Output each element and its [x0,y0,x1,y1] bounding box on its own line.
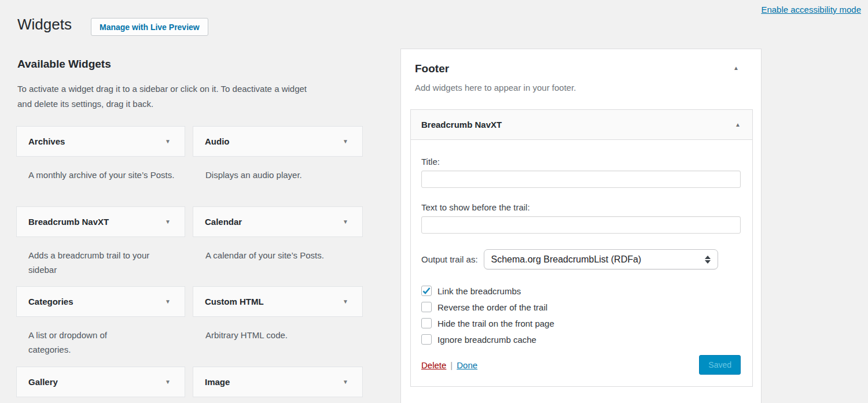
done-link[interactable]: Done [457,360,477,370]
widget-card-description: A calendar of your site’s Posts. [205,248,367,262]
widget-card-custom-html[interactable]: Custom HTML ▼ [193,286,363,317]
checkbox-unchecked[interactable] [421,302,432,312]
widget-card-title: Audio [205,127,230,157]
widget-footer-actions: Delete | Done Saved [421,355,741,375]
chevron-down-icon[interactable]: ▼ [165,367,171,397]
title-field-label: Title: [421,157,741,167]
delete-link[interactable]: Delete [421,360,446,370]
checkbox-reverse-order[interactable]: Reverse the order of the trail [421,299,741,315]
output-trail-select[interactable]: Schema.org BreadcrumbList (RDFa) [484,249,718,269]
checkbox-checked[interactable] [421,286,432,296]
breadcrumb-navxt-widget: Breadcrumb NavXT ▲ Title: Text to show b… [410,109,753,387]
widget-card-audio[interactable]: Audio ▼ [193,126,363,157]
widget-card-description: A list or dropdown of categories. [28,328,130,357]
breadcrumb-navxt-widget-body: Title: Text to show before the trail: Ou… [411,140,752,386]
chevron-down-icon[interactable]: ▼ [165,127,171,157]
widget-card-title: Gallery [28,367,58,397]
checkmark-icon [422,286,431,295]
output-trail-selected-value: Schema.org BreadcrumbList (RDFa) [491,254,642,265]
pretext-field-label: Text to show before the trail: [421,202,741,212]
checkbox-label: Hide the trail on the front page [437,319,554,328]
footer-sidebar-panel: Footer ▲ Add widgets here to appear in y… [400,49,762,403]
checkbox-ignore-cache[interactable]: Ignore breadcrumb cache [421,331,741,347]
widget-card-title: Calendar [205,207,242,237]
sidebar-panel-description: Add widgets here to appear in your foote… [415,83,747,93]
checkbox-label: Ignore breadcrumb cache [437,335,536,345]
chevron-down-icon[interactable]: ▼ [343,207,348,237]
checkbox-hide-front-page[interactable]: Hide the trail on the front page [421,315,741,331]
output-trail-label: Output trail as: [421,254,478,264]
checkbox-label: Reverse the order of the trail [437,302,547,312]
widget-card-image[interactable]: Image ▼ [193,367,363,397]
action-separator: | [450,360,453,370]
enable-accessibility-link[interactable]: Enable accessibility mode [761,5,861,14]
checkbox-link-breadcrumbs[interactable]: Link the breadcrumbs [421,283,741,299]
widget-card-title: Image [205,367,230,397]
available-widgets-heading: Available Widgets [17,58,111,71]
breadcrumb-navxt-widget-header[interactable]: Breadcrumb NavXT ▲ [411,110,752,140]
available-widgets-description: To activate a widget drag it to a sideba… [17,82,307,112]
checkbox-unchecked[interactable] [421,334,432,345]
widget-card-archives[interactable]: Archives ▼ [16,126,185,157]
widget-card-description: Arbitrary HTML code. [205,328,367,342]
chevron-down-icon[interactable]: ▼ [165,207,171,237]
chevron-down-icon[interactable]: ▼ [343,287,348,317]
widget-card-categories[interactable]: Categories ▼ [16,286,185,317]
widget-card-calendar[interactable]: Calendar ▼ [193,206,363,237]
widget-card-description: Adds a breadcrumb trail to your sidebar [28,248,153,277]
widget-card-title: Custom HTML [205,287,264,317]
chevron-down-icon[interactable]: ▼ [343,127,348,157]
widget-card-description: Displays an audio player. [205,168,367,182]
chevron-up-icon[interactable]: ▲ [735,110,741,139]
chevron-down-icon[interactable]: ▼ [343,367,348,397]
manage-live-preview-button[interactable]: Manage with Live Preview [91,18,208,36]
widget-card-title: Categories [28,287,73,317]
checkbox-label: Link the breadcrumbs [437,286,521,296]
widget-card-breadcrumb-navxt[interactable]: Breadcrumb NavXT ▼ [16,206,185,237]
saved-button[interactable]: Saved [699,355,741,375]
title-input[interactable] [421,171,741,188]
chevron-up-icon[interactable]: ▲ [733,65,739,71]
page-title: Widgets [17,16,72,34]
chevron-down-icon[interactable]: ▼ [165,287,171,317]
widget-card-description: A monthly archive of your site’s Posts. [28,168,176,182]
widget-card-title: Breadcrumb NavXT [28,207,109,237]
widget-card-gallery[interactable]: Gallery ▼ [16,367,185,397]
options-checkbox-group: Link the breadcrumbs Reverse the order o… [421,283,741,347]
widget-title: Breadcrumb NavXT [421,120,502,130]
sidebar-panel-title: Footer [415,62,747,75]
pretext-input[interactable] [421,216,741,234]
updown-stepper-icon [697,256,711,264]
widget-card-title: Archives [28,127,65,157]
widgets-admin-page: Enable accessibility mode Widgets Manage… [0,0,868,403]
checkbox-unchecked[interactable] [421,318,432,328]
